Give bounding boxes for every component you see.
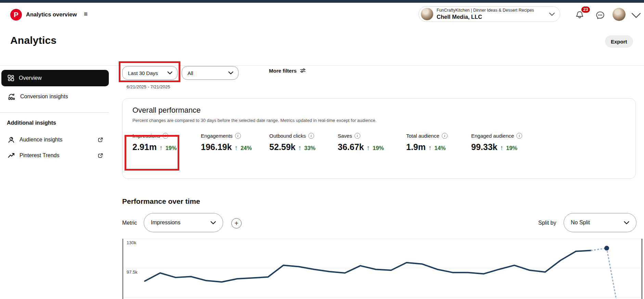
metric-outbound-clicks: Outbound clicksi 52.59k↑33% bbox=[269, 133, 338, 152]
export-button[interactable]: Export bbox=[605, 35, 633, 48]
metric-value: 36.67k bbox=[338, 142, 364, 152]
up-arrow-icon: ↑ bbox=[159, 144, 163, 152]
chevron-down-icon bbox=[549, 12, 555, 16]
metric-saves: Savesi 36.67k↑19% bbox=[338, 133, 406, 152]
external-link-icon bbox=[98, 153, 103, 159]
sidebar-item-label: Overview bbox=[19, 75, 42, 81]
metrics-row: Impressionsi 2.91m↑19% Engagementsi 196.… bbox=[132, 133, 540, 152]
more-filters-button[interactable]: More filters bbox=[269, 67, 306, 74]
info-icon[interactable]: i bbox=[516, 133, 522, 139]
up-arrow-icon: ↑ bbox=[366, 144, 370, 152]
sidebar-item-conversion-insights[interactable]: Conversion insights bbox=[1, 89, 109, 104]
split-by-dropdown[interactable]: No Split bbox=[564, 213, 636, 232]
menu-icon[interactable]: ≡ bbox=[84, 10, 88, 18]
account-labels: FunCraftyKitchen | Dinner Ideas & Desser… bbox=[437, 8, 534, 20]
account-avatar bbox=[421, 8, 433, 20]
overall-performance-card: Overall performance Percent changes are … bbox=[122, 98, 636, 179]
info-icon[interactable]: i bbox=[235, 133, 241, 139]
sidebar-item-pinterest-trends[interactable]: Pinterest Trends bbox=[1, 148, 109, 163]
sidebar-divider bbox=[0, 112, 109, 113]
metric-label: Impressions bbox=[132, 133, 160, 139]
sidebar-item-audience-insights[interactable]: Audience insights bbox=[1, 132, 109, 147]
performance-line-svg bbox=[123, 236, 643, 299]
more-filters-label: More filters bbox=[269, 68, 297, 74]
sidebar-item-label: Conversion insights bbox=[20, 94, 68, 100]
metric-value: 52.59k bbox=[269, 142, 295, 152]
conversion-insights-icon bbox=[8, 92, 16, 101]
metric-label: Saves bbox=[338, 133, 352, 139]
metric-dropdown[interactable]: Impressions bbox=[144, 213, 223, 232]
chevron-down-icon bbox=[228, 71, 233, 75]
chevron-down-icon bbox=[624, 221, 629, 225]
card-subtitle: Percent changes are compared to 30 days … bbox=[132, 118, 376, 123]
metric-change: 24% bbox=[241, 145, 252, 151]
metric-change: 14% bbox=[434, 145, 446, 151]
window-top-strip bbox=[0, 0, 644, 3]
sidebar-item-label: Audience insights bbox=[20, 137, 62, 143]
metric-value: 196.19k bbox=[201, 142, 232, 152]
up-arrow-icon: ↑ bbox=[234, 144, 238, 152]
metric-engagements: Engagementsi 196.19k↑24% bbox=[201, 133, 269, 152]
pinterest-logo-letter: P bbox=[14, 11, 18, 19]
messages-button[interactable] bbox=[594, 9, 606, 22]
pinterest-analytics-screen: P Analytics overview ≡ FunCraftyKitchen … bbox=[0, 0, 644, 299]
metric-change: 33% bbox=[304, 145, 315, 151]
metric-select-label: Metric bbox=[122, 220, 137, 226]
trends-arrow-icon bbox=[8, 152, 15, 159]
up-arrow-icon: ↑ bbox=[428, 144, 432, 152]
user-avatar[interactable] bbox=[613, 8, 626, 21]
external-link-icon bbox=[98, 137, 103, 143]
sidebar-item-label: Pinterest Trends bbox=[20, 152, 60, 159]
account-switcher[interactable]: FunCraftyKitchen | Dinner Ideas & Desser… bbox=[418, 6, 560, 22]
sidebar-item-overview[interactable]: Overview bbox=[1, 70, 109, 86]
info-icon[interactable]: i bbox=[308, 133, 314, 139]
metric-change: 19% bbox=[506, 145, 517, 151]
date-range-value: Last 30 Days bbox=[128, 70, 158, 76]
chevron-down-icon bbox=[167, 71, 172, 75]
chevron-down-icon bbox=[210, 221, 216, 225]
metric-change: 19% bbox=[165, 145, 177, 151]
content-type-dropdown[interactable]: All bbox=[182, 66, 239, 80]
metric-value: 2.91m bbox=[132, 142, 157, 152]
metric-impressions: Impressionsi 2.91m↑19% bbox=[132, 133, 201, 152]
header-divider bbox=[0, 65, 644, 66]
date-range-dropdown[interactable]: Last 30 Days bbox=[122, 66, 178, 80]
split-by-label: Split by bbox=[538, 220, 556, 226]
metric-label: Engaged audience bbox=[471, 133, 514, 139]
pinterest-logo-icon[interactable]: P bbox=[10, 9, 22, 21]
info-icon[interactable]: i bbox=[163, 133, 168, 139]
account-business-name: Chell Media, LLC bbox=[437, 13, 534, 21]
header-chevron-down-icon[interactable] bbox=[630, 11, 642, 20]
notification-badge: 23 bbox=[581, 6, 591, 13]
split-by-value: No Split bbox=[571, 220, 590, 226]
info-icon[interactable]: i bbox=[442, 133, 448, 139]
filter-sliders-icon bbox=[299, 67, 306, 74]
app-title: Analytics overview bbox=[26, 11, 77, 18]
add-metric-button[interactable]: + bbox=[231, 218, 242, 228]
sidebar-section-heading: Additional insights bbox=[7, 120, 56, 126]
metric-value: 1.9m bbox=[406, 142, 426, 152]
metric-total-audience: Total audiencei 1.9m↑14% bbox=[406, 133, 471, 152]
metric-label: Total audience bbox=[406, 133, 439, 139]
card-title: Overall performance bbox=[132, 106, 201, 115]
audience-person-icon bbox=[8, 136, 15, 144]
info-icon[interactable]: i bbox=[355, 133, 360, 139]
content-type-value: All bbox=[188, 70, 193, 76]
date-range-detail: 6/21/2025 - 7/21/2025 bbox=[127, 84, 170, 89]
metric-value: 99.33k bbox=[471, 142, 497, 152]
metric-change: 19% bbox=[373, 145, 384, 151]
chat-icon bbox=[595, 10, 605, 21]
section-title: Performance over time bbox=[122, 197, 200, 205]
metric-engaged-audience: Engaged audiencei 99.33k↑19% bbox=[471, 133, 540, 152]
metric-dropdown-value: Impressions bbox=[151, 220, 180, 226]
up-arrow-icon: ↑ bbox=[500, 144, 503, 152]
metric-label: Engagements bbox=[201, 133, 233, 139]
metric-label: Outbound clicks bbox=[269, 133, 306, 139]
up-arrow-icon: ↑ bbox=[298, 144, 301, 152]
account-board-name: FunCraftyKitchen | Dinner Ideas & Desser… bbox=[437, 8, 534, 13]
page-title: Analytics bbox=[10, 35, 56, 46]
performance-chart[interactable]: 130k 97.5k bbox=[123, 236, 643, 299]
overview-grid-icon bbox=[8, 75, 14, 82]
